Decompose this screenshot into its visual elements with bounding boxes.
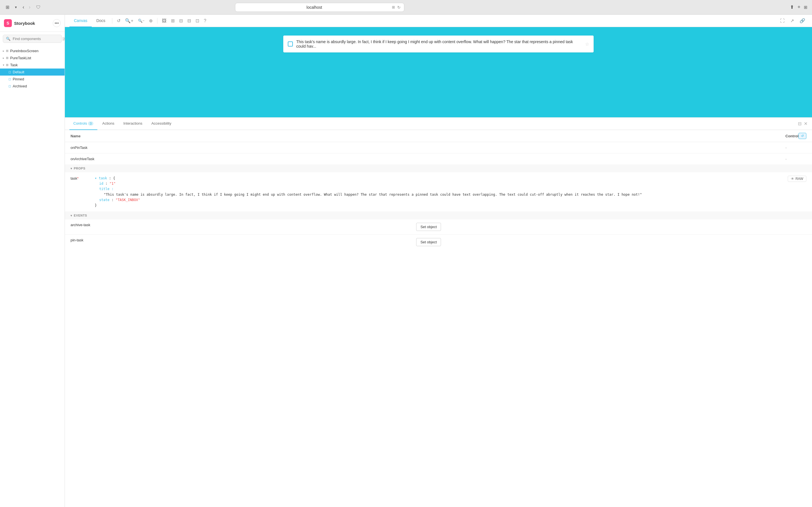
task-checkbox[interactable] (288, 42, 293, 47)
control-name-cell: onPinTask (65, 142, 780, 153)
event-control-cell: Set object (411, 235, 812, 250)
toolbar-grid-btn[interactable]: ⊞ (169, 16, 177, 25)
tab-grid-btn[interactable]: ⊞ (804, 5, 808, 10)
toolbar-right: ⛶ ↗ 🔗 (778, 16, 808, 25)
panel-expand-btn[interactable]: ⊟ (798, 121, 802, 126)
toolbar-open-btn[interactable]: ↗ (788, 16, 796, 25)
component-icon: ⊞ (6, 56, 8, 60)
search-icon: 🔍 (6, 37, 10, 41)
toolbar-zoom-in-btn[interactable]: 🔍+ (123, 16, 136, 25)
toolbar-fullscreen-btn[interactable]: ⛶ (778, 17, 787, 25)
sidebar-item-label: Pinned (13, 77, 24, 81)
sidebar-item-Default[interactable]: ◻ Default (0, 68, 65, 75)
prop-control-cell: ▾ task : { id : "1" title : "This task's… (89, 172, 812, 212)
sidebar-item-Pinned[interactable]: ◻ Pinned (0, 75, 65, 82)
sidebar-item-label: Archived (13, 84, 27, 88)
toolbar-zoom-out-btn[interactable]: 🔍− (136, 17, 147, 24)
reader-mode-icon: ⊞ (392, 5, 395, 9)
set-object-btn-archive[interactable]: Set object (416, 223, 441, 231)
sidebar-item-label: PureInboxScreen (10, 49, 38, 53)
col-name-header: Name (65, 130, 780, 142)
table-row: task* ▾ task : { id : "1" title : "This … (65, 172, 812, 212)
sidebar-toggle-btn[interactable]: ⊞ (4, 3, 10, 11)
sidebar-item-label: Default (13, 70, 24, 74)
event-name-cell: pin-task (65, 235, 411, 250)
toolbar-zoom-reset-btn[interactable]: ⊕ (147, 16, 155, 25)
reset-all-btn[interactable]: ↺ (799, 133, 806, 139)
table-row: pin-task Set object (65, 235, 812, 250)
prop-name: task (70, 176, 77, 180)
browser-chrome: ⊞ ▾ ‹ › 🛡 localhost ⊞ ↻ ⬆ + ⊞ (0, 0, 812, 15)
browser-forward-btn[interactable]: › (28, 3, 32, 11)
sidebar-item-PureInboxScreen[interactable]: ▸ ⊞ PureInboxScreen (0, 47, 65, 54)
refresh-icon[interactable]: ↻ (397, 5, 401, 10)
address-bar[interactable]: localhost ⊞ ↻ (235, 3, 404, 12)
panel-close-btn[interactable]: ✕ (804, 121, 808, 126)
bottom-panel: Controls 3 Actions Interactions Accessib… (65, 117, 812, 507)
expand-icon: ▸ (3, 49, 4, 52)
storybook-logo: S (4, 19, 12, 27)
component-icon: ⊞ (6, 49, 8, 53)
sidebar-menu-btn[interactable]: ••• (53, 19, 61, 27)
task-card-preview: This task's name is absurdly large. In f… (283, 36, 594, 52)
events-table: archive-task Set object pin-task Set obj… (65, 219, 812, 249)
app: S Storybook ••• 🔍 / ▸ ⊞ PureInboxScreen … (0, 15, 812, 507)
section-label: PROPS (74, 167, 86, 170)
shield-icon: 🛡 (36, 5, 41, 10)
events-section-header: ▾ EVENTS (65, 212, 812, 219)
canvas-area: This task's name is absurdly large. In f… (65, 27, 812, 117)
table-row: onArchiveTask - (65, 153, 812, 165)
task-pin-icon: ☆ (585, 42, 589, 47)
new-tab-btn[interactable]: + (797, 4, 801, 10)
toolbar-link-btn[interactable]: 🔗 (797, 16, 808, 25)
tab-docs[interactable]: Docs (92, 15, 110, 27)
raw-btn[interactable]: 👁 RAW (788, 176, 806, 182)
task-title: This task's name is absurdly large. In f… (296, 40, 582, 49)
event-name-cell: archive-task (65, 219, 411, 235)
tab-actions[interactable]: Actions (99, 118, 118, 130)
collapse-icon[interactable]: ▾ (70, 167, 72, 170)
sidebar-item-label: PureTaskList (10, 56, 31, 60)
prop-code-block: ▾ task : { id : "1" title : "This task's… (95, 176, 788, 208)
props-section-header: ▾ PROPS (65, 164, 812, 172)
controls-table: Name Control ↺ onPinTask (65, 130, 812, 164)
component-icon: ⊞ (6, 63, 8, 67)
toolbar-photo-btn[interactable]: 🖼 (160, 17, 169, 25)
props-table: task* ▾ task : { id : "1" title : "This … (65, 172, 812, 212)
browser-back-btn[interactable]: ‹ (21, 3, 25, 11)
nav-tree: ▸ ⊞ PureInboxScreen ▸ ⊞ PureTaskList ▾ ⊞… (0, 46, 65, 507)
toolbar-reset-btn[interactable]: ↺ (115, 16, 123, 25)
panel-right-controls: ⊟ ✕ (798, 121, 808, 126)
prop-name-cell: task* (65, 172, 89, 212)
sidebar-item-Archived[interactable]: ◻ Archived (0, 82, 65, 90)
set-object-btn-pin[interactable]: Set object (416, 238, 441, 246)
share-btn[interactable]: ⬆ (790, 4, 794, 10)
toolbar-measure-btn[interactable]: ⊟ (185, 16, 193, 25)
tab-accessibility[interactable]: Accessibility (147, 118, 175, 130)
table-row: archive-task Set object (65, 219, 812, 235)
tab-controls[interactable]: Controls 3 (69, 118, 97, 130)
section-label: EVENTS (74, 214, 87, 217)
search-input[interactable] (13, 37, 60, 41)
required-indicator: * (77, 176, 79, 180)
sidebar: S Storybook ••• 🔍 / ▸ ⊞ PureInboxScreen … (0, 15, 65, 507)
story-icon: ◻ (8, 77, 11, 81)
collapse-icon[interactable]: ▾ (70, 214, 72, 217)
tab-canvas[interactable]: Canvas (69, 15, 92, 27)
table-row: onPinTask - (65, 142, 812, 153)
toolbar-help-btn[interactable]: ? (202, 17, 209, 25)
url-text: localhost (239, 5, 390, 10)
browser-chevron-down-btn[interactable]: ▾ (14, 4, 18, 10)
sidebar-item-Task[interactable]: ▾ ⊞ Task (0, 61, 65, 68)
sidebar-item-label: Task (10, 63, 18, 67)
story-icon: ◻ (8, 84, 11, 88)
control-name-cell: onArchiveTask (65, 153, 780, 165)
sidebar-item-PureTaskList[interactable]: ▸ ⊞ PureTaskList (0, 54, 65, 61)
control-value-cell: - (780, 142, 812, 153)
toolbar-outline-btn[interactable]: ⊡ (193, 16, 202, 25)
panel-content: Name Control ↺ onPinTask (65, 130, 812, 507)
tab-interactions[interactable]: Interactions (119, 118, 146, 130)
eye-icon: 👁 (791, 177, 794, 181)
toolbar-layout-btn[interactable]: ⊟ (177, 16, 185, 25)
search-bar[interactable]: 🔍 / (3, 35, 62, 43)
